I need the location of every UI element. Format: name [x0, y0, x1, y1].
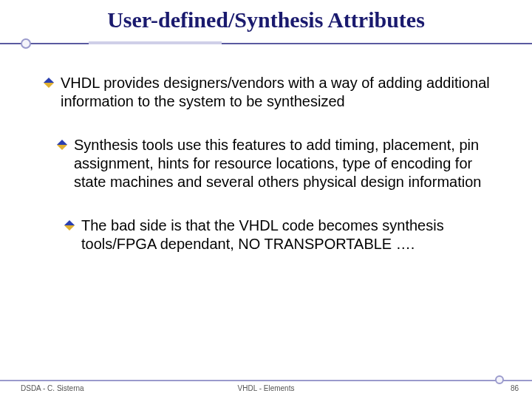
footer-subject: VHDL - Elements [238, 384, 295, 392]
bullet-text: The bad side is that the VHDL code becom… [81, 216, 502, 253]
slide: User-defined/Synthesis Attributes VHDL p… [0, 0, 532, 399]
slide-title: User-defined/Synthesis Attributes [30, 7, 502, 33]
content-area: VHDL provides designers/vendors with a w… [0, 74, 532, 253]
rule-node-icon [21, 38, 31, 49]
footer-author: DSDA - C. Sisterna [21, 384, 84, 392]
horizontal-rule [0, 43, 532, 44]
title-separator [0, 37, 532, 52]
bullet-diamond-icon [58, 140, 66, 149]
footer: DSDA - C. Sisterna VHDL - Elements 86 [0, 380, 532, 399]
list-item: VHDL provides designers/vendors with a w… [44, 74, 502, 111]
horizontal-rule-accent [89, 41, 222, 44]
footer-rule [0, 380, 532, 381]
bullet-diamond-icon [65, 221, 74, 230]
bullet-text: VHDL provides designers/vendors with a w… [61, 74, 502, 111]
list-item: Synthesis tools use this features to add… [58, 136, 502, 191]
bullet-text: Synthesis tools use this features to add… [74, 136, 502, 191]
page-number: 86 [511, 384, 519, 392]
list-item: The bad side is that the VHDL code becom… [65, 216, 502, 253]
footer-node-icon [495, 375, 504, 384]
bullet-diamond-icon [44, 78, 53, 87]
